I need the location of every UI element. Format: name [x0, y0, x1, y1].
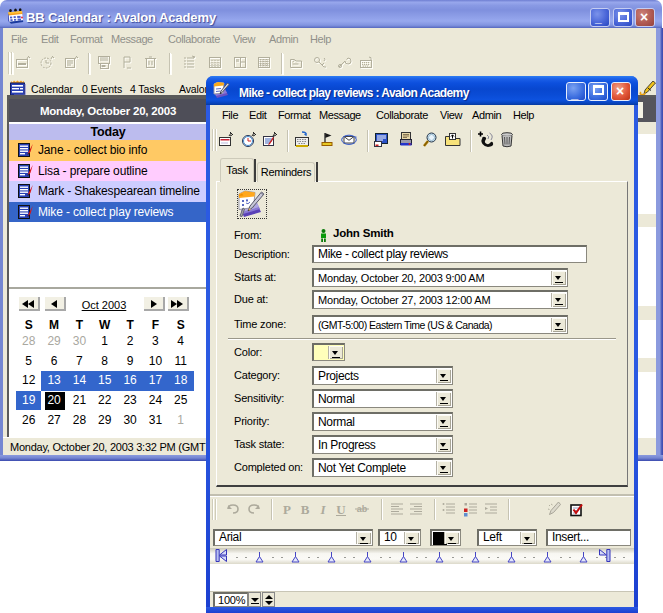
svg-text:I: I [319, 502, 326, 517]
svg-text:B: B [301, 502, 310, 517]
svg-text:U: U [336, 502, 346, 517]
svg-text:P: P [283, 502, 291, 517]
